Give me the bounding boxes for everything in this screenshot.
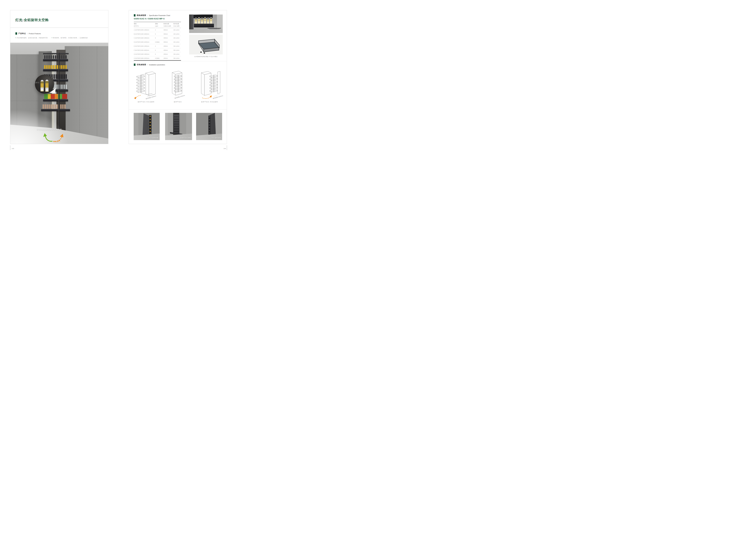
product-photo: Corona Extra Corona Extra 全铝支架 前后氛围硅胶灯 灯… xyxy=(10,43,108,144)
cabinet-seam xyxy=(79,46,80,141)
bottle-illustration: Corona Extra xyxy=(46,80,48,92)
floor xyxy=(189,29,223,33)
page-subtitle: Revolving Tall Unit xyxy=(16,20,29,22)
spec-table-cell: 400mm xyxy=(164,44,173,48)
spec-table-row: F:344*505*(1350-1650)mm5400mm364 ±2mm xyxy=(134,48,181,52)
col-header-inner-width: 柜内宽度 Inner width xyxy=(173,22,181,28)
orange-arrow-curve xyxy=(202,97,211,98)
features-heading: 产品特点 / Product Features xyxy=(16,32,104,35)
features-heading-en: Product Features xyxy=(29,33,41,35)
col-header-en: Layer xyxy=(155,25,164,27)
green-arrow-curve xyxy=(45,136,52,141)
bottle-illustration xyxy=(201,18,203,24)
install-heading-zh: 安装参数图 xyxy=(137,64,146,66)
shelf-items xyxy=(44,55,67,59)
diagram-pull-out: 柜内深度 ≥520mm 篮体平拉出 xyxy=(163,69,193,104)
pullout-basket xyxy=(194,24,214,27)
shelf-items xyxy=(44,94,67,99)
spec-table-cell: 364 ±2mm xyxy=(173,56,181,60)
spec-table-row: C:244*505*(1650-1950)mm6300mm264 ±2mm xyxy=(134,36,181,40)
spec-table-cell: 300mm xyxy=(164,28,173,32)
page-left: 灯光·全铝旋转太空舱 Revolving Tall Unit 产品特点 / Pr… xyxy=(10,10,109,144)
page-number-right: 144 xyxy=(222,148,226,149)
spec-photo-glass-basket xyxy=(189,35,223,54)
pullout-unit xyxy=(149,115,151,137)
photo-pull-out-effect: 篮体平拉出效果 xyxy=(165,113,192,140)
callout-aluminum-bracket: 全铝支架 前后氛围硅胶灯 xyxy=(27,77,40,84)
diagram-rotate-left: 柜内深度 ≥520mm 篮体平拉出 向左边旋转 xyxy=(131,69,161,104)
photo-caption: 篮体平拉出效果 xyxy=(180,137,191,139)
spec-table-cell: C:244*505*(1650-1950)mm xyxy=(134,36,155,40)
col-header-spec: 规格 (W*D*H) xyxy=(134,22,155,28)
spec-table-cell: 400mm xyxy=(164,52,173,56)
spec-table-row: E:344*505*(1050-1350)mm4400mm364 ±2mm xyxy=(134,44,181,48)
spec-table-cell: 300mm xyxy=(164,40,173,44)
bottle-illustration xyxy=(210,17,212,24)
col-header-zh: 层数 xyxy=(155,23,164,25)
basket-tray xyxy=(43,69,68,71)
spec-table-row: D:244*505*(1950-2200)mm6 (加高)300mm264 ±2… xyxy=(134,40,181,44)
features-heading-zh: 产品特点 xyxy=(18,32,26,35)
spec-table-row: B:244*505*(1350-1650)mm5300mm264 ±2mm xyxy=(134,32,181,36)
spec-table-cell: 300mm xyxy=(164,32,173,36)
col-header-en: Cabinet width xyxy=(164,25,173,27)
spec-table: 规格 (W*D*H) 层数 Layer 柜体宽度 Cabinet width 柜… xyxy=(134,22,181,61)
col-header-zh: 规格 xyxy=(134,23,155,25)
effect-photo-strip: 向左旋转效果 篮体平拉出效果 向右旋转效果 xyxy=(129,113,227,140)
clip-part xyxy=(204,52,205,53)
photo-rotate-left-effect: 向左旋转效果 xyxy=(134,113,160,140)
floor xyxy=(196,134,222,140)
install-heading-en: Installation parameters xyxy=(149,64,165,66)
heading-separator: / xyxy=(147,64,148,66)
spec-table-cell: 4 xyxy=(155,28,164,32)
bottle-illustration xyxy=(195,18,197,24)
features-bullets: 内含8轴承旋转、全铝合金支架、内嵌硅胶灯条 联动结构、省力静音、大容量大收纳、二… xyxy=(16,37,104,39)
col-header-cabinet-width: 柜体宽度 Cabinet width xyxy=(164,22,173,28)
spec-table-cell: D:244*505*(1950-2200)mm xyxy=(134,40,155,44)
depth-annotation: 柜内深度 ≥520mm xyxy=(213,95,223,99)
spec-section-heading: 规格参数图 / Specification Parameter Chart xyxy=(134,14,170,17)
spec-table-cell: 6 xyxy=(155,52,164,56)
spec-table-cell: 364 ±2mm xyxy=(173,48,181,52)
depth-annotation: 柜内深度 ≥520mm xyxy=(174,94,185,99)
spec-table-header-row: 规格 (W*D*H) 层数 Layer 柜体宽度 Cabinet width 柜… xyxy=(134,22,181,28)
spec-table-cell: 5 xyxy=(155,32,164,36)
diagram-left-drawing: 柜内深度 ≥520mm xyxy=(132,69,160,100)
spec-table-cell: 6 xyxy=(155,36,164,40)
model-codes: GS05-01XZ·A / GS05-01XZ-WP·A xyxy=(134,18,165,20)
spec-table-cell: B:244*505*(1350-1650)mm xyxy=(134,32,155,36)
unit-top-rail xyxy=(43,53,69,54)
spec-table-cell: 364 ±2mm xyxy=(173,52,181,56)
spec-table-cell: H:344*505*(1950-2200)mm xyxy=(134,56,155,60)
feature-bullet: 内含8轴承旋转、全铝合金支架、内嵌硅胶灯条 xyxy=(16,37,48,39)
spec-table-cell: 400mm xyxy=(164,48,173,52)
section-divider xyxy=(129,61,227,61)
spec-table-cell: 5 xyxy=(155,48,164,52)
green-square-icon xyxy=(134,64,136,66)
slide-rail xyxy=(209,29,220,29)
basket-tray xyxy=(43,59,68,61)
depth-annotation: 柜内深度 ≥520mm xyxy=(145,95,156,100)
title-divider xyxy=(10,27,108,28)
col-header-en: (W*D*H) xyxy=(134,25,155,27)
spec-photo-caption: 全内部棒卯结构玻璃篮·不见任何螺丝 xyxy=(189,56,223,58)
pullout-unit xyxy=(173,114,179,134)
rotation-arrows xyxy=(43,130,64,143)
spec-table-cell: 264 ±2mm xyxy=(173,28,181,32)
installation-diagrams: 柜内深度 ≥520mm 篮体平拉出 向左边旋转 xyxy=(131,69,224,104)
pullout-unit xyxy=(208,116,210,136)
spec-table-cell: 264 ±2mm xyxy=(173,40,181,44)
spec-photo-bottles xyxy=(189,15,223,33)
spec-table-cell: 364 ±2mm xyxy=(173,44,181,48)
diagram-caption: 篮体平拉出 向右边旋转 xyxy=(201,101,218,103)
photo-caption: 向右旋转效果 xyxy=(212,137,221,139)
floor xyxy=(165,134,192,140)
spec-table-cell: 6 (加高) xyxy=(155,40,164,44)
bottle-illustration xyxy=(198,17,200,24)
spec-table-row: G:344*505*(1650-1950)mm6400mm364 ±2mm xyxy=(134,52,181,56)
spec-table-cell: 4 xyxy=(155,44,164,48)
photo-rotate-right-effect: 向右旋转效果 xyxy=(196,113,222,140)
orange-arrowhead-icon xyxy=(60,134,63,137)
spec-table-cell: 6 (加高) xyxy=(155,56,164,60)
orange-arrowhead-icon xyxy=(134,97,136,99)
